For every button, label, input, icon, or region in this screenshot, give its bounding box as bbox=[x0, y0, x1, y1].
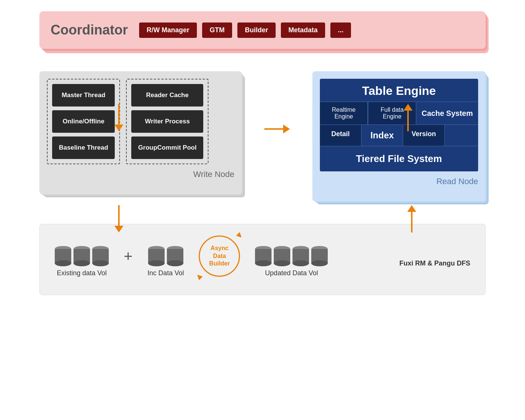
coordinator-box: Coordinator R/W Manager GTM Builder Meta… bbox=[39, 11, 486, 49]
badge-builder: Builder bbox=[237, 22, 276, 38]
table-engine-row2: Detail Index Version bbox=[320, 124, 478, 146]
async-data-builder: ▶ ▶ Async Data Builder bbox=[199, 236, 240, 277]
cylinder-7 bbox=[274, 246, 290, 266]
badge-ellipsis: ... bbox=[330, 22, 351, 38]
write-node-inner: Master Thread Online/Offline Baseline Th… bbox=[47, 79, 234, 164]
cylinder-5 bbox=[167, 246, 183, 266]
cylinder-9 bbox=[311, 246, 328, 266]
async-arrow-right-indicator: ▶ bbox=[236, 231, 245, 240]
existing-cylinders bbox=[55, 246, 109, 266]
async-ring: ▶ ▶ Async Data Builder bbox=[199, 236, 240, 277]
read-node-box: Table Engine Realtime Engine Full data E… bbox=[312, 71, 486, 201]
cylinder-4 bbox=[148, 246, 165, 266]
cylinder-3 bbox=[92, 246, 109, 266]
middle-section: Master Thread Online/Offline Baseline Th… bbox=[39, 71, 486, 201]
inc-cylinders bbox=[148, 246, 183, 266]
online-offline-block: Online/Offline bbox=[52, 110, 115, 133]
reader-cache-block: Reader Cache bbox=[131, 84, 203, 106]
async-label: Async Data Builder bbox=[209, 245, 230, 267]
cache-system-cell: Cache System bbox=[416, 102, 478, 124]
group-commit-pool-block: GroupCommit Pool bbox=[131, 136, 203, 159]
cylinder-8 bbox=[292, 246, 309, 266]
coordinator-badges: R/W Manager GTM Builder Metadata ... bbox=[139, 22, 351, 38]
bottom-section: Existing data Vol + bbox=[39, 224, 486, 295]
index-cell: Index bbox=[362, 125, 403, 146]
inc-data-label: Inc Data Vol bbox=[147, 269, 184, 277]
cylinder-1 bbox=[55, 246, 71, 266]
write-node-wrapper: Master Thread Online/Offline Baseline Th… bbox=[39, 71, 242, 194]
baseline-thread-block: Baseline Thread bbox=[52, 136, 115, 159]
write-node-label: Write Node bbox=[47, 170, 234, 179]
realtime-engine-cell: Realtime Engine bbox=[320, 102, 368, 124]
updated-data-label: Updated Data Vol bbox=[265, 269, 318, 277]
read-node-label: Read Node bbox=[320, 177, 478, 186]
existing-data-label: Existing data Vol bbox=[57, 269, 106, 277]
write-node-box: Master Thread Online/Offline Baseline Th… bbox=[39, 71, 242, 194]
badge-gtm: GTM bbox=[202, 22, 232, 38]
updated-cylinders bbox=[255, 246, 328, 266]
plus-sign: + bbox=[124, 248, 132, 265]
master-thread-block: Master Thread bbox=[52, 84, 115, 106]
arrow-write-to-read bbox=[264, 124, 290, 134]
badge-metadata: Metadata bbox=[281, 22, 325, 38]
writer-process-block: Writer Process bbox=[131, 110, 203, 133]
async-arrow-left-indicator: ▶ bbox=[194, 272, 204, 281]
arrow-write-to-bottom bbox=[114, 205, 123, 232]
arrow-bottom-to-read bbox=[407, 205, 416, 232]
existing-data-vol-group: Existing data Vol bbox=[55, 246, 109, 277]
table-engine-outer: Table Engine Realtime Engine Full data E… bbox=[320, 79, 478, 171]
fuxi-label: Fuxi RM & Pangu DFS bbox=[399, 260, 470, 267]
right-dashed-box: Reader Cache Writer Process GroupCommit … bbox=[126, 79, 208, 164]
left-dashed-box: Master Thread Online/Offline Baseline Th… bbox=[47, 79, 120, 164]
read-node-wrapper: Table Engine Realtime Engine Full data E… bbox=[312, 71, 486, 201]
updated-data-vol-group: Updated Data Vol bbox=[255, 246, 328, 277]
table-engine-title: Table Engine bbox=[320, 79, 478, 102]
arrow-coordinator-to-write bbox=[114, 104, 123, 131]
bottom-box: Existing data Vol + bbox=[39, 224, 486, 295]
tiered-file-system: Tiered File System bbox=[320, 146, 478, 171]
arrow-read-to-coordinator bbox=[404, 104, 412, 131]
coordinator-section: Coordinator R/W Manager GTM Builder Meta… bbox=[39, 11, 486, 49]
inc-data-vol-group: Inc Data Vol bbox=[147, 246, 184, 277]
cylinder-6 bbox=[255, 246, 272, 266]
async-text: Async Data Builder bbox=[209, 244, 230, 268]
badge-rw-manager: R/W Manager bbox=[139, 22, 197, 38]
coordinator-title: Coordinator bbox=[51, 22, 128, 38]
table-engine-row1: Realtime Engine Full data Engine Cache S… bbox=[320, 102, 478, 124]
cylinder-2 bbox=[74, 246, 90, 266]
detail-cell: Detail bbox=[320, 125, 362, 146]
